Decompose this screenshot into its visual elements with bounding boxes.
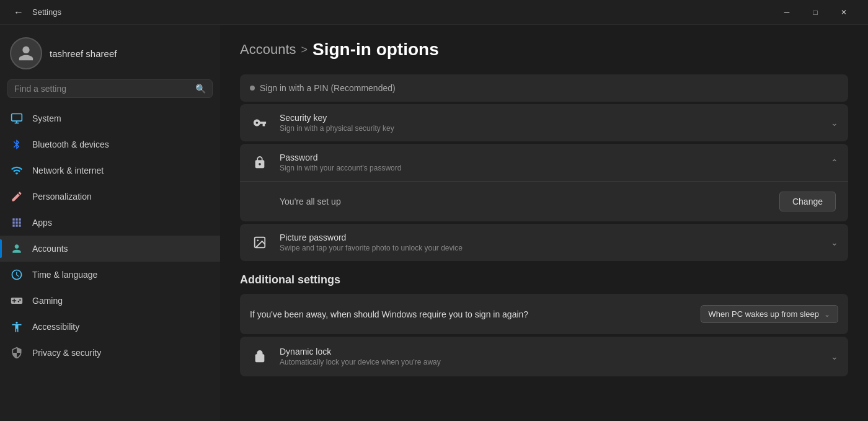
breadcrumb-parent[interactable]: Accounts [240,42,296,58]
sidebar-item-accessibility[interactable]: Accessibility [0,314,220,340]
sidebar-item-gaming[interactable]: Gaming [0,288,220,314]
back-button[interactable]: ← [10,4,27,21]
additional-settings-title: Additional settings [240,273,848,286]
sidebar-item-network[interactable]: Network & internet [0,157,220,184]
password-body: You're all set up Change [240,182,848,221]
picture-password-text: Picture password Swipe and tap your favo… [280,233,821,252]
picture-password-title: Picture password [280,233,821,242]
password-title: Password [280,153,821,162]
sidebar-item-privacy-label: Privacy & security [32,348,101,358]
search-icon: 🔍 [195,84,206,94]
minimize-button[interactable]: ─ [773,0,801,25]
dynamic-lock-icon [250,347,270,366]
dynamic-lock-chevron: ⌄ [831,352,838,361]
away-dropdown-value: When PC wakes up from sleep [709,309,819,319]
dynamic-lock-text: Dynamic lock Automatically lock your dev… [280,347,821,366]
svg-rect-0 [12,114,22,122]
dynamic-lock-desc: Automatically lock your device when you'… [280,358,821,366]
svg-point-4 [257,239,259,241]
away-setting-question: If you've been away, when should Windows… [250,309,528,319]
pin-setting-item[interactable]: Sign in with a PIN (Recommended) [240,74,848,102]
system-icon [10,112,24,125]
password-chevron: ⌃ [831,157,838,167]
sidebar-item-time-label: Time & language [32,270,97,280]
password-desc: Sign in with your account's password [280,164,821,172]
picture-password-header[interactable]: Picture password Swipe and tap your favo… [240,224,848,261]
password-status: You're all set up [280,197,341,206]
close-button[interactable]: ✕ [830,0,858,25]
security-key-desc: Sign in with a physical security key [280,124,821,133]
sidebar-item-gaming-label: Gaming [32,296,63,306]
gaming-icon [10,294,24,308]
sidebar-item-privacy[interactable]: Privacy & security [0,340,220,366]
security-key-text: Security key Sign in with a physical sec… [280,113,821,133]
security-key-header[interactable]: Security key Sign in with a physical sec… [240,104,848,141]
sidebar-item-accessibility-label: Accessibility [32,322,79,332]
security-key-title: Security key [280,113,821,123]
away-dropdown-chevron: ⌄ [824,310,830,319]
security-key-icon [250,113,270,133]
pin-setting-text: Sign in with a PIN (Recommended) [260,83,396,93]
sidebar-item-accounts[interactable]: Accounts [0,236,220,262]
sidebar-item-accounts-label: Accounts [32,244,68,254]
security-key-item[interactable]: Security key Sign in with a physical sec… [240,104,848,141]
search-input[interactable] [14,84,190,94]
away-setting-item: If you've been away, when should Windows… [240,294,848,334]
picture-password-icon [250,233,270,252]
nav-list: System Bluetooth & devices Network & int… [0,105,220,366]
apps-icon [10,216,24,229]
privacy-icon [10,346,24,360]
sidebar-item-time[interactable]: Time & language [0,262,220,288]
search-box: 🔍 [7,79,213,98]
password-text: Password Sign in with your account's pas… [280,153,821,172]
sidebar-item-bluetooth[interactable]: Bluetooth & devices [0,131,220,157]
main-layout: tashreef shareef 🔍 System Bluetooth & d [0,25,868,421]
avatar [10,37,42,69]
accessibility-icon [10,320,24,334]
breadcrumb-separator: > [301,43,308,56]
search-container: 🔍 [0,79,220,105]
user-profile[interactable]: tashreef shareef [0,25,220,79]
password-header[interactable]: Password Sign in with your account's pas… [240,144,848,182]
picture-password-item[interactable]: Picture password Swipe and tap your favo… [240,224,848,261]
titlebar: ← Settings ─ □ ✕ [0,0,868,25]
maximize-button[interactable]: □ [801,0,830,25]
window-controls: ─ □ ✕ [773,0,858,25]
sidebar-item-apps[interactable]: Apps [0,210,220,236]
sidebar: tashreef shareef 🔍 System Bluetooth & d [0,25,220,421]
picture-password-chevron: ⌄ [831,237,838,247]
dynamic-lock-item[interactable]: Dynamic lock Automatically lock your dev… [240,337,848,376]
password-item: Password Sign in with your account's pas… [240,144,848,221]
away-setting-dropdown[interactable]: When PC wakes up from sleep ⌄ [701,305,838,323]
accounts-icon [10,242,24,255]
network-icon [10,164,24,177]
page-title: Sign-in options [312,40,439,60]
personalization-icon [10,190,24,203]
picture-password-desc: Swipe and tap your favorite photo to unl… [280,244,821,252]
titlebar-title: Settings [32,7,773,17]
sidebar-item-bluetooth-label: Bluetooth & devices [32,140,109,149]
sidebar-item-network-label: Network & internet [32,166,104,175]
content-area: Accounts > Sign-in options Sign in with … [220,25,868,421]
dynamic-lock-header[interactable]: Dynamic lock Automatically lock your dev… [240,337,848,376]
sidebar-item-personalization-label: Personalization [32,192,92,202]
password-icon [250,153,270,172]
breadcrumb: Accounts > Sign-in options [240,40,848,60]
password-change-button[interactable]: Change [779,192,836,211]
sidebar-item-system-label: System [32,113,61,123]
sidebar-item-personalization[interactable]: Personalization [0,184,220,210]
time-icon [10,268,24,281]
bluetooth-icon [10,138,24,151]
security-key-chevron: ⌄ [831,118,838,128]
pin-dot-icon [250,86,255,91]
user-name: tashreef shareef [50,48,117,59]
sidebar-item-apps-label: Apps [32,218,52,228]
sidebar-item-system[interactable]: System [0,105,220,131]
dynamic-lock-title: Dynamic lock [280,347,821,357]
